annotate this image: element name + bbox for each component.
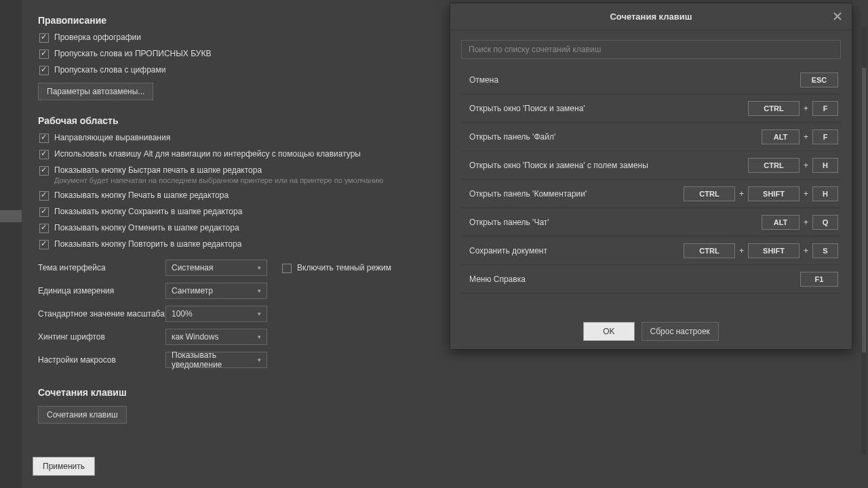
plus-icon: + (804, 104, 808, 113)
checkbox-skip-uppercase[interactable] (39, 49, 49, 59)
autocorrect-options-button[interactable]: Параметры автозамены... (38, 83, 153, 100)
macros-select[interactable]: Показывать уведомление ▾ (165, 352, 267, 368)
shortcut-row[interactable]: Открыть окно 'Поиск и замена'CTRL+F (461, 94, 841, 123)
key[interactable]: H (812, 158, 838, 173)
apply-button[interactable]: Применить (33, 457, 95, 476)
shortcut-action-label: Сохранить документ (461, 246, 547, 256)
check-row: Показывать кнопку Отменить в шапке редак… (38, 223, 441, 233)
key[interactable]: F (812, 129, 838, 144)
reset-button[interactable]: Сброс настроек (642, 322, 719, 341)
form-row-unit: Единица измерения Сантиметр ▾ (38, 283, 441, 299)
chevron-down-icon: ▾ (258, 287, 261, 294)
key[interactable]: ALT (762, 215, 800, 230)
modal-title: Сочетания клавиш (610, 12, 692, 22)
sidebar-tab[interactable] (0, 169, 22, 182)
shortcut-row[interactable]: Открыть окно 'Поиск и замена' с полем за… (461, 151, 841, 180)
key[interactable]: F1 (800, 272, 838, 287)
key[interactable]: H (812, 186, 838, 201)
theme-select[interactable]: Системная ▾ (165, 260, 267, 276)
key[interactable]: SHIFT (748, 243, 800, 258)
sidebar-tab[interactable] (0, 156, 22, 168)
form-row-theme: Тема интерфейса Системная ▾ Включить тем… (38, 260, 441, 276)
shortcut-row[interactable]: Открыть панель 'Файл'ALT+F (461, 123, 841, 151)
sidebar-tab[interactable] (0, 129, 22, 141)
sidebar-tab[interactable] (0, 142, 22, 155)
select-value: 100% (172, 309, 193, 319)
sidebar-tab[interactable] (0, 47, 22, 60)
checkbox-quick-print[interactable] (39, 166, 49, 176)
plus-icon: + (804, 161, 808, 170)
shortcut-keys: CTRL+SHIFT+H (684, 186, 841, 201)
unit-select[interactable]: Сантиметр ▾ (165, 283, 267, 299)
checkbox-skip-digits[interactable] (39, 66, 49, 75)
shortcut-row[interactable]: Открыть панель 'Чат'ALT+Q (461, 208, 841, 237)
chevron-down-icon: ▾ (258, 310, 261, 317)
checkbox-undo-btn[interactable] (39, 224, 49, 233)
key[interactable]: CTRL (748, 158, 800, 173)
form-row-zoom: Стандартное значение масштаба 100% ▾ (38, 306, 441, 322)
checkbox-print-btn[interactable] (39, 191, 49, 201)
sidebar-tab[interactable] (0, 183, 22, 195)
check-row: Показывать кнопку Быстрая печать в шапке… (38, 165, 441, 184)
key[interactable]: ALT (762, 129, 800, 144)
shortcut-list: ОтменаESCОткрыть окно 'Поиск и замена'CT… (461, 66, 841, 293)
plus-icon: + (804, 132, 808, 142)
sidebar-tab[interactable] (0, 197, 22, 209)
shortcut-row[interactable]: Меню СправкаF1 (461, 265, 841, 293)
checkbox-label: Показывать кнопку Быстрая печать в шапке… (54, 165, 383, 175)
checkbox-spell-check[interactable] (39, 33, 49, 43)
chevron-down-icon: ▾ (258, 357, 261, 363)
check-row: Использовать клавишу Alt для навигации п… (38, 149, 441, 159)
checkbox-alignment-guides[interactable] (39, 134, 49, 143)
checkbox-redo-btn[interactable] (39, 240, 49, 249)
sidebar-tab[interactable] (0, 75, 22, 87)
sidebar-tab[interactable] (0, 61, 22, 73)
key[interactable]: CTRL (684, 186, 735, 201)
key[interactable]: Q (812, 215, 838, 230)
chevron-down-icon: ▾ (258, 333, 261, 340)
zoom-select[interactable]: 100% ▾ (165, 306, 267, 322)
shortcut-search[interactable] (461, 40, 841, 59)
checkbox-alt-nav[interactable] (39, 150, 49, 159)
section-title-shortcuts: Сочетания клавиш (38, 387, 441, 398)
shortcut-action-label: Открыть окно 'Поиск и замена' (461, 104, 585, 113)
scrollbar-thumb[interactable] (862, 68, 866, 352)
close-icon[interactable] (831, 10, 844, 22)
sidebar-tab[interactable] (0, 88, 22, 100)
shortcut-keys: ALT+F (762, 129, 841, 144)
checkbox-save-btn[interactable] (39, 207, 49, 217)
sidebar-tab[interactable] (0, 102, 22, 114)
sidebar-tab-active[interactable] (0, 210, 22, 222)
key[interactable]: CTRL (748, 101, 800, 116)
sidebar-tab[interactable] (0, 224, 22, 236)
shortcut-row[interactable]: Сохранить документCTRL+SHIFT+S (461, 237, 841, 265)
key[interactable]: SHIFT (748, 186, 800, 201)
plus-icon: + (739, 189, 744, 199)
select-value: как Windows (172, 332, 218, 342)
check-row: Проверка орфографии (38, 33, 441, 43)
key[interactable]: S (812, 243, 838, 258)
checkbox-label: Показывать кнопку Печать в шапке редакто… (54, 190, 229, 200)
shortcut-keys: ALT+Q (762, 215, 841, 230)
checkbox-label: Пропускать слова из ПРОПИСНЫХ БУКВ (54, 49, 211, 58)
shortcuts-button[interactable]: Сочетания клавиш (38, 406, 127, 424)
shortcut-action-label: Открыть панель 'Комментарии' (461, 189, 587, 199)
ok-button[interactable]: OK (583, 322, 634, 341)
plus-icon: + (804, 189, 808, 199)
checkbox-label: Показывать кнопку Отменить в шапке редак… (54, 223, 239, 232)
checkbox-sublabel: Документ будет напечатан на последнем вы… (54, 176, 383, 184)
shortcut-row[interactable]: ОтменаESC (461, 66, 841, 94)
key[interactable]: F (812, 101, 838, 116)
section-title-spelling: Правописание (38, 15, 441, 26)
key[interactable]: CTRL (684, 243, 735, 258)
settings-panel: Правописание Проверка орфографии Пропуск… (38, 9, 441, 424)
shortcut-action-label: Открыть панель 'Чат' (461, 218, 549, 227)
sidebar-tab[interactable] (0, 115, 22, 127)
shortcut-action-label: Меню Справка (461, 274, 526, 284)
key[interactable]: ESC (800, 73, 838, 87)
shortcut-row[interactable]: Открыть панель 'Комментарии'CTRL+SHIFT+H (461, 180, 841, 208)
checkbox-dark-mode[interactable] (282, 264, 292, 273)
scrollbar[interactable] (861, 27, 867, 454)
hinting-select[interactable]: как Windows ▾ (165, 329, 267, 345)
shortcut-search-input[interactable] (469, 45, 833, 54)
